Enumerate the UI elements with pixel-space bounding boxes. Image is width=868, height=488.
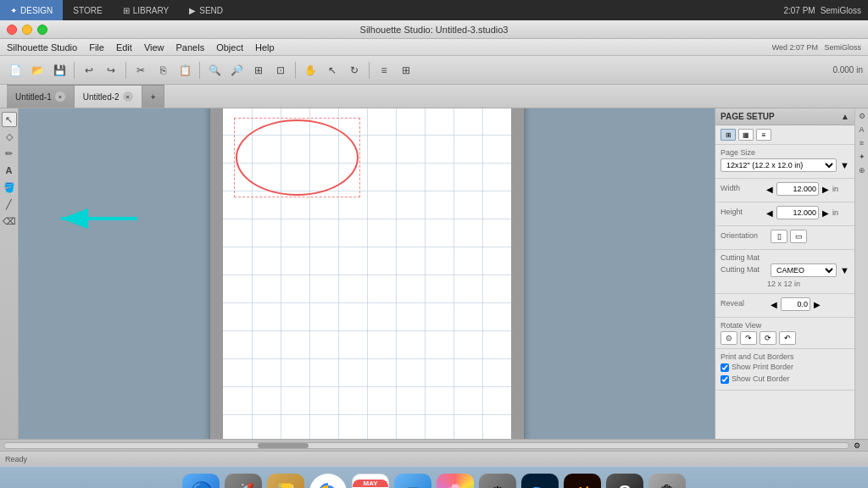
node-tool[interactable]: ◇ xyxy=(2,129,17,144)
scroll-track[interactable] xyxy=(3,442,849,449)
dock-illustrator[interactable]: Ai xyxy=(564,474,601,489)
view-design-icon[interactable]: ⊞ xyxy=(721,129,736,141)
text-tool[interactable]: A xyxy=(2,163,17,178)
rotate-btn[interactable]: ↻ xyxy=(344,60,364,80)
reveal-stepper-up[interactable]: ▶ xyxy=(814,300,821,309)
scroll-thumb[interactable] xyxy=(258,443,309,448)
height-input[interactable] xyxy=(776,206,819,219)
dock-trash[interactable]: 🗑 xyxy=(648,474,686,489)
menubar: Silhouette Studio File Edit View Panels … xyxy=(0,39,868,56)
rotate-90-btn[interactable]: ↷ xyxy=(740,331,757,345)
dock-sysprefs[interactable]: ⚙ xyxy=(479,474,516,489)
undo-btn[interactable]: ↩ xyxy=(79,60,99,80)
tab-new[interactable]: + xyxy=(142,85,165,108)
menu-view[interactable]: View xyxy=(144,42,164,53)
menu-object[interactable]: Object xyxy=(216,42,243,53)
reveal-input[interactable] xyxy=(781,297,810,311)
landscape-btn[interactable]: ▭ xyxy=(790,230,807,243)
dock-launchpad[interactable]: 🚀 xyxy=(225,474,262,489)
close-button[interactable] xyxy=(7,25,17,35)
ellipse-shape[interactable] xyxy=(236,119,359,196)
size-arrow[interactable]: ▼ xyxy=(840,160,849,170)
save-btn[interactable]: 💾 xyxy=(49,60,70,80)
scroll-right-btn[interactable]: ⚙ xyxy=(849,441,865,450)
store-btn[interactable]: STORE xyxy=(63,0,112,20)
dock-silhouette[interactable]: S xyxy=(606,474,643,489)
height-stepper-up[interactable]: ▶ xyxy=(822,208,829,218)
design-btn[interactable]: ✦ DESIGN xyxy=(0,0,63,20)
hand-btn[interactable]: ✋ xyxy=(300,60,320,80)
dock-contacts[interactable]: 📒 xyxy=(267,474,304,489)
zoom-actual-btn[interactable]: ⊡ xyxy=(270,60,291,80)
menu-help[interactable]: Help xyxy=(255,42,275,53)
size-dropdown[interactable]: 12x12" (12.2 x 12.0 in) xyxy=(721,158,837,172)
send-btn[interactable]: ▶ SEND xyxy=(179,0,233,20)
draw-tool[interactable]: ✏ xyxy=(2,146,17,161)
print-border-label: Show Print Border xyxy=(732,363,793,371)
redo-btn[interactable]: ↪ xyxy=(101,60,121,80)
align-btn[interactable]: ≡ xyxy=(374,60,394,80)
width-stepper-down[interactable]: ◀ xyxy=(766,185,773,194)
minimize-button[interactable] xyxy=(22,25,32,35)
paste-btn[interactable]: 📋 xyxy=(175,60,195,80)
menu-edit[interactable]: Edit xyxy=(116,42,132,53)
eraser-tool[interactable]: ⌫ xyxy=(2,214,17,229)
menu-silhouette[interactable]: Silhouette Studio xyxy=(7,42,77,53)
edge-btn-4[interactable]: ✦ xyxy=(856,151,868,163)
width-stepper-up[interactable]: ▶ xyxy=(822,185,829,194)
zoom-in-btn[interactable]: 🔍 xyxy=(204,60,225,80)
select-tool[interactable]: ↖ xyxy=(2,112,17,127)
fill-tool[interactable]: 🪣 xyxy=(2,180,17,195)
panel-header: PAGE SETUP ▲ xyxy=(715,108,854,125)
cut-border-row: Show Cut Border xyxy=(721,374,849,385)
size-row: 12x12" (12.2 x 12.0 in) ▼ xyxy=(721,158,849,172)
edge-btn-2[interactable]: A xyxy=(856,124,868,136)
view-grid-icon[interactable]: ▦ xyxy=(738,129,754,141)
mat-canvas[interactable] xyxy=(223,108,511,439)
panel-collapse[interactable]: ▲ xyxy=(841,112,849,121)
tab-untitled2[interactable]: Untitled-2 × xyxy=(75,85,142,108)
menu-file[interactable]: File xyxy=(89,42,104,53)
dock-photoshop[interactable]: Ps xyxy=(521,474,559,489)
zoom-fit-btn[interactable]: ⊞ xyxy=(248,60,269,80)
dock-finder[interactable]: 🔵 xyxy=(182,474,220,489)
tab-close[interactable]: × xyxy=(123,92,133,102)
cut-btn[interactable]: ✂ xyxy=(131,60,151,80)
canvas-area[interactable]: ▲ xyxy=(19,108,715,439)
line-tool[interactable]: ╱ xyxy=(2,197,17,212)
rotate-180-btn[interactable]: ⟳ xyxy=(760,331,776,345)
bottom-bar: Ready xyxy=(0,451,868,466)
print-border-checkbox[interactable] xyxy=(721,363,729,372)
dock-calendar[interactable]: MAY 5 xyxy=(352,474,389,489)
portrait-btn[interactable]: ▯ xyxy=(771,230,787,243)
tab-untitled1[interactable]: Untitled-1 × xyxy=(7,85,75,108)
distribute-btn[interactable]: ⊞ xyxy=(396,60,416,80)
edge-btn-5[interactable]: ⊕ xyxy=(856,164,868,176)
edge-btn-3[interactable]: ≡ xyxy=(856,137,868,149)
menu-panels[interactable]: Panels xyxy=(176,42,205,53)
mat-dropdown-arrow[interactable]: ▼ xyxy=(840,265,849,275)
dock-photos[interactable]: 🌸 xyxy=(437,474,474,489)
pointer-btn[interactable]: ↖ xyxy=(322,60,342,80)
rotate-0-btn[interactable]: ⊙ xyxy=(721,331,737,345)
zoom-out-btn[interactable]: 🔎 xyxy=(226,60,247,80)
width-input[interactable] xyxy=(776,182,819,196)
view-list-icon[interactable]: ≡ xyxy=(756,129,771,141)
copy-btn[interactable]: ⎘ xyxy=(153,60,173,80)
cutting-mat-dropdown[interactable]: CAMEO xyxy=(771,263,837,277)
new-btn[interactable]: 📄 xyxy=(5,60,25,80)
edge-btn-1[interactable]: ⚙ xyxy=(856,110,868,122)
right-edge-panel: ⚙ A ≡ ✦ ⊕ xyxy=(854,108,868,439)
rotate-270-btn[interactable]: ↶ xyxy=(779,331,796,345)
width-section: Width ◀ ▶ in xyxy=(715,179,854,202)
titlebar: Silhouette Studio: Untitled-3.studio3 xyxy=(0,20,868,39)
maximize-button[interactable] xyxy=(37,25,47,35)
tab-close[interactable]: × xyxy=(55,92,65,102)
library-btn[interactable]: ⊞ LIBRARY xyxy=(113,0,180,20)
dock-chrome[interactable] xyxy=(309,474,347,489)
reveal-stepper-down[interactable]: ◀ xyxy=(771,300,777,309)
open-btn[interactable]: 📂 xyxy=(27,60,47,80)
dock-mail[interactable]: ✉ xyxy=(394,474,431,489)
cut-border-checkbox[interactable] xyxy=(721,375,729,384)
height-stepper-down[interactable]: ◀ xyxy=(766,208,773,218)
